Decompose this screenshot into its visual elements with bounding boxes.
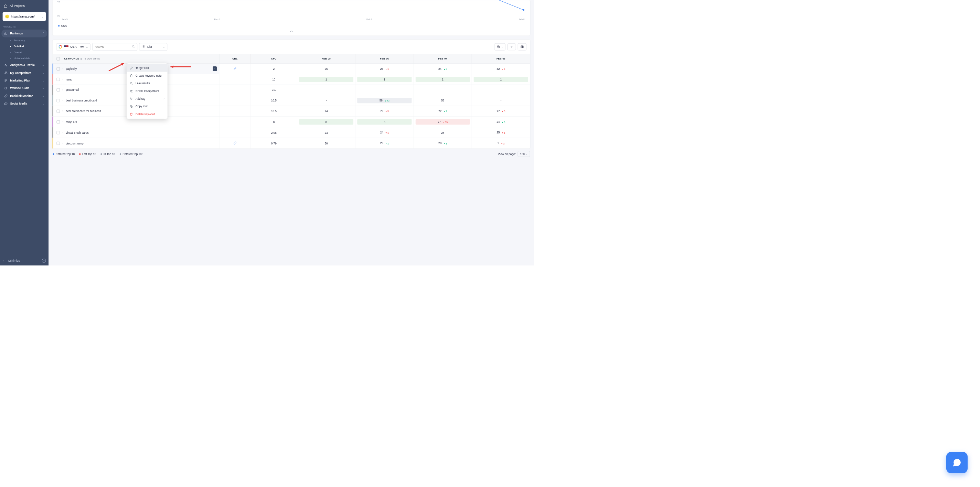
- menu-item-live-results[interactable]: Live results: [127, 79, 167, 87]
- table-row: › paylocity ⋮ 2 2526 ▼ 124 ▲ 232 ▼ 8: [52, 63, 530, 74]
- legend-item: In Top 10: [100, 152, 115, 155]
- menu-item-target-url[interactable]: Target URL: [127, 64, 167, 71]
- page-size-value: 100: [520, 152, 525, 155]
- expand-row-icon[interactable]: ›: [62, 132, 63, 134]
- rank-cell: 1: [414, 74, 472, 85]
- row-checkbox[interactable]: [57, 131, 60, 134]
- expand-row-icon[interactable]: ›: [62, 67, 63, 70]
- filter-button[interactable]: [507, 43, 516, 50]
- page-size-selector[interactable]: 100 ⌄: [517, 151, 530, 157]
- nav-icon: [4, 79, 8, 82]
- col-cpc[interactable]: CPC: [250, 54, 297, 63]
- row-checkbox[interactable]: [57, 99, 60, 102]
- nav-item-website-audit[interactable]: Website Audit⌄: [2, 84, 47, 92]
- nav-item-analytics-traffic[interactable]: Analytics & Traffic⌄: [2, 61, 47, 69]
- menu-item-delete-keyword[interactable]: Delete keyword: [127, 110, 167, 117]
- nav-label: My Competitors: [10, 71, 39, 74]
- keyword-cell: › virtual credit cards: [52, 127, 220, 138]
- menu-item-copy-row[interactable]: Copy row: [127, 103, 167, 110]
- rank-cell: 1: [472, 74, 530, 85]
- col-feb08[interactable]: FEB-08: [472, 54, 530, 63]
- country-selector[interactable]: USA EN ⌄: [56, 43, 91, 51]
- rank-cell: -: [414, 85, 472, 95]
- legend-label: Entered Top 10: [56, 152, 75, 155]
- row-checkbox[interactable]: [57, 67, 60, 70]
- expand-row-icon[interactable]: ›: [62, 110, 63, 113]
- expand-row-icon[interactable]: ›: [62, 99, 63, 102]
- col-url[interactable]: URL: [220, 54, 250, 63]
- legend-item: Left Top 10: [79, 152, 96, 155]
- chevron-down-icon: ⌄: [42, 79, 45, 82]
- sub-nav-summary[interactable]: Summary: [8, 37, 47, 43]
- columns-button[interactable]: [518, 43, 527, 51]
- url-cell[interactable]: [220, 63, 250, 74]
- copy-icon: [497, 45, 500, 49]
- svg-point-4: [523, 9, 524, 11]
- rank-cell: 27 ▼ 19: [414, 117, 472, 127]
- menu-item-add-tag[interactable]: Add tag›: [127, 95, 167, 103]
- row-checkbox[interactable]: [57, 142, 60, 145]
- col-feb05[interactable]: FEB-05: [297, 54, 355, 63]
- row-accent: [52, 138, 53, 149]
- keyword-cell: › discount ramp: [52, 138, 220, 149]
- url-cell[interactable]: [220, 74, 250, 85]
- row-checkbox[interactable]: [57, 78, 60, 81]
- sub-nav-historical-data[interactable]: Historical data: [8, 56, 47, 61]
- nav-item-my-competitors[interactable]: My Competitors⌄: [2, 69, 47, 77]
- flag-us-icon: [64, 45, 68, 49]
- row-more-button[interactable]: ⋮: [213, 67, 217, 71]
- legend-label: Entered Top 100: [123, 152, 143, 155]
- nav-item-backlink-monitor[interactable]: Backlink Monitor⌄: [2, 92, 47, 100]
- expand-row-icon[interactable]: ›: [62, 121, 63, 123]
- nav-item-social-media[interactable]: Social Media⌄: [2, 100, 47, 107]
- search-input[interactable]: [95, 45, 132, 49]
- expand-row-icon[interactable]: ›: [62, 142, 63, 145]
- keyword-text: virtual credit cards: [66, 131, 88, 134]
- url-cell[interactable]: [220, 117, 250, 127]
- row-accent: [52, 106, 53, 117]
- columns-icon: [520, 45, 524, 49]
- help-icon[interactable]: ?: [42, 259, 46, 263]
- menu-item-create-keyword-note[interactable]: Create keyword note: [127, 72, 167, 79]
- chart-line: [495, 0, 524, 12]
- sub-nav-detailed[interactable]: Detailed: [8, 43, 47, 49]
- main-content: AVE 48 50 Feb 5 Feb 6 Feb 7 Feb 8 USA: [49, 0, 534, 265]
- url-cell[interactable]: [220, 138, 250, 149]
- all-projects-link[interactable]: All Projects: [3, 3, 46, 10]
- project-selector[interactable]: 📐 https://ramp.com/ ⌄: [3, 12, 46, 21]
- sub-nav-overall[interactable]: Overall: [8, 49, 47, 55]
- cpc-cell: 0.79: [250, 138, 297, 149]
- row-checkbox[interactable]: [57, 110, 60, 113]
- select-all-checkbox[interactable]: [57, 57, 60, 60]
- menu-item-serp-competitors[interactable]: SERP Competitors: [127, 87, 167, 95]
- view-mode-selector[interactable]: List ⌄: [139, 43, 167, 51]
- expand-row-icon[interactable]: ›: [62, 89, 63, 92]
- cpc-cell: 10.5: [250, 106, 297, 117]
- col-feb07[interactable]: FEB-07: [414, 54, 472, 63]
- svg-point-0: [5, 71, 5, 72]
- nav-icon: [4, 32, 8, 35]
- col-feb06[interactable]: FEB-06: [355, 54, 414, 63]
- chat-fab[interactable]: [946, 452, 967, 473]
- chevron-down-icon: ⌄: [42, 86, 45, 90]
- nav-item-marketing-plan[interactable]: Marketing Plan⌄: [2, 77, 47, 84]
- chevron-down-icon: ⌄: [526, 153, 528, 155]
- expand-row-icon[interactable]: ›: [62, 78, 63, 81]
- url-cell[interactable]: [220, 85, 250, 95]
- collapse-chart-button[interactable]: [52, 29, 530, 34]
- url-cell[interactable]: [220, 95, 250, 106]
- row-checkbox[interactable]: [57, 88, 60, 92]
- row-checkbox[interactable]: [57, 121, 60, 124]
- chart-panel: AVE 48 50 Feb 5 Feb 6 Feb 7 Feb 8 USA: [52, 0, 530, 36]
- keyword-text: paylocity: [66, 67, 77, 70]
- nav-item-rankings[interactable]: Rankings⌃: [2, 30, 47, 37]
- nav-dot: [10, 46, 11, 47]
- nav-label: Analytics & Traffic: [10, 63, 39, 67]
- copy-button[interactable]: ⌄: [495, 43, 506, 51]
- url-cell[interactable]: [220, 127, 250, 138]
- minimize-button[interactable]: ← Minimize: [3, 259, 20, 262]
- keyword-text: best credit card for business: [66, 110, 101, 113]
- rank-cell: 58: [414, 95, 472, 106]
- url-cell[interactable]: [220, 106, 250, 117]
- menu-item-label: Delete keyword: [135, 113, 155, 116]
